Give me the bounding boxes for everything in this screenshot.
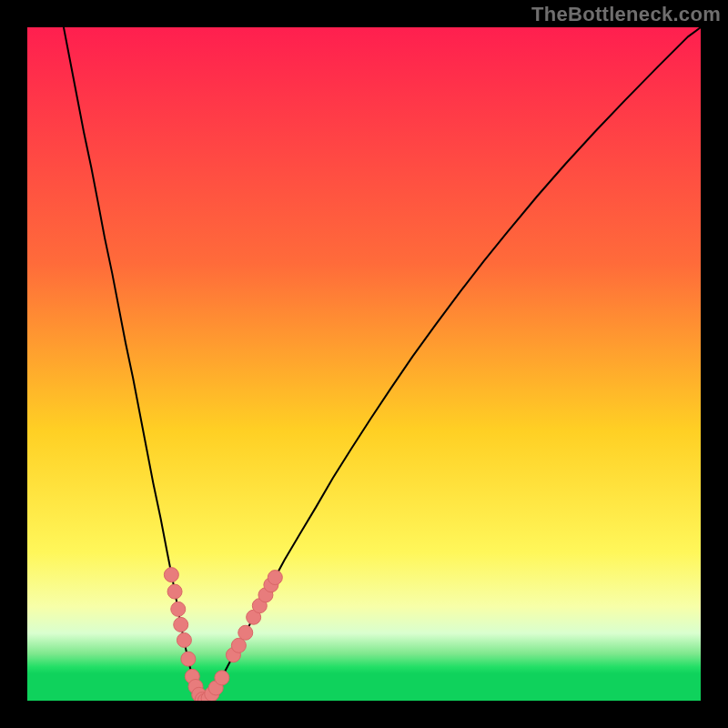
- data-marker: [177, 632, 191, 647]
- marker-group: [164, 568, 282, 701]
- chart-plot-area: [27, 27, 701, 701]
- chart-frame: TheBottleneck.com: [0, 0, 728, 728]
- data-marker: [167, 584, 182, 599]
- data-marker: [181, 652, 196, 666]
- data-marker: [231, 638, 246, 652]
- data-marker: [268, 571, 282, 585]
- right-branch-curve: [205, 27, 701, 701]
- watermark-text: TheBottleneck.com: [531, 3, 721, 26]
- chart-svg: [27, 27, 701, 701]
- data-marker: [171, 602, 186, 616]
- left-branch-curve: [64, 27, 205, 701]
- data-marker: [238, 625, 253, 640]
- data-marker: [215, 671, 229, 685]
- data-marker: [174, 617, 188, 632]
- data-marker: [164, 568, 178, 582]
